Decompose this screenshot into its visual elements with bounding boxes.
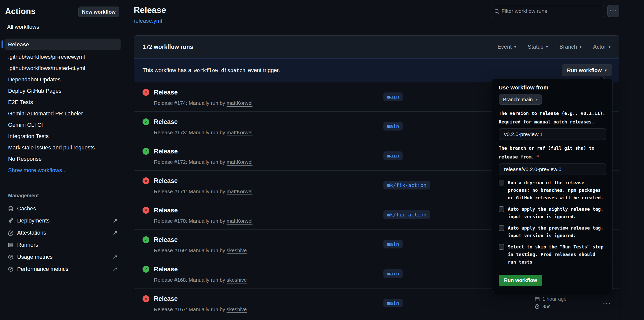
sidebar-item-release[interactable]: Release [5,39,121,50]
run-duration: 35s [542,304,550,309]
branch-badge[interactable]: main [383,92,403,101]
all-workflows-link[interactable]: All workflows [7,24,39,30]
run-title-link[interactable]: Release [154,177,178,184]
actor-link[interactable]: skeshive [227,277,247,283]
branch-badge[interactable]: main [383,240,403,248]
search-icon [495,9,498,13]
run-title-link[interactable]: Release [154,266,178,273]
ref-input-description: The branch or ref (full git sha) to rele… [499,144,612,161]
sidebar-item-trusted-ci[interactable]: .github/workflows/trusted-ci.yml [5,62,121,74]
sidebar-divider [3,35,120,35]
actor-link[interactable]: mattKorwel [227,188,253,194]
workflow-label: .github/workflows/trusted-ci.yml [8,65,85,72]
run-workflow-submit-button[interactable]: Run workflow [499,275,542,286]
filter-actor[interactable]: Actor▾ [593,44,610,50]
run-title-link[interactable]: Release [154,295,178,302]
status-success-icon: ✓ [143,266,149,273]
checkbox-label[interactable]: Auto apply the preview release tag, inpu… [508,224,606,239]
calendar-icon [535,296,540,302]
workflow-run-row[interactable]: ✕Release Release #167: Manually run by s… [134,289,619,318]
runs-count: 172 workflow runs [143,44,193,50]
search-input[interactable] [501,8,601,14]
show-more-workflows-link[interactable]: Show more workflows... [5,165,121,176]
sidebar-title: Actions [5,7,36,16]
dry-run-checkbox[interactable] [499,180,504,185]
sidebar-item-runners[interactable]: Runners [5,239,121,251]
dialog-heading: Use workflow from [499,84,606,91]
management-label: Performance metrics [17,266,68,272]
checkbox-label[interactable]: Auto apply the nightly release tag, inpu… [508,205,606,220]
management-label: Caches [17,205,36,212]
branch-badge[interactable]: mk/fix-action [383,210,430,219]
ref-input[interactable] [499,164,606,175]
workflow-label: Mark stale issues and pull requests [8,144,95,151]
sidebar-item-deploy-github-pages[interactable]: Deploy GitHub Pages [5,85,121,97]
branch-selector-button[interactable]: Branch: main ▾ [499,94,542,105]
branch-badge[interactable]: main [383,299,403,307]
version-input[interactable] [499,129,606,140]
sidebar-item-dependabot-updates[interactable]: Dependabot Updates [5,74,121,85]
runs-card-header: 172 workflow runs Event▾ Status▾ Branch▾… [134,36,619,58]
workflow-label: Gemini Automated PR Labeler [8,110,83,117]
sidebar-item-pr-review[interactable]: .github/workflows/pr-review.yml [5,51,121,62]
run-title-link[interactable]: Release [154,207,178,214]
checkbox-label[interactable]: Run a dry-run of the release process; no… [508,179,606,202]
status-success-icon: ✓ [143,148,149,155]
checkbox-label[interactable]: Select to skip the "Run Tests" step in t… [508,243,606,266]
sidebar-item-caches[interactable]: Caches [5,203,121,215]
sidebar-item-performance-metrics[interactable]: Performance metrics ↗ [5,263,121,275]
sidebar-item-attestations[interactable]: Attestations ↗ [5,227,121,239]
branch-badge[interactable]: mk/fix-action [383,181,430,189]
actor-link[interactable]: skeshive [227,247,247,253]
run-title-link[interactable]: Release [154,236,178,243]
filter-branch[interactable]: Branch▾ [559,44,581,50]
filter-event[interactable]: Event▾ [497,44,516,50]
actor-link[interactable]: mattKorwel [227,100,253,106]
banner-text: This workflow has a workflow_dispatch ev… [143,67,280,74]
actions-sidebar: Actions New workflow All workflows Relea… [0,0,125,320]
branch-badge[interactable]: main [383,151,403,160]
meter-icon [8,254,13,260]
skip-tests-checkbox[interactable] [499,244,504,250]
actor-link[interactable]: mattKorwel [227,130,253,135]
status-failure-icon: ✕ [143,89,149,96]
sidebar-item-deployments[interactable]: Deployments ↗ [5,215,121,227]
sidebar-item-e2e-tests[interactable]: E2E Tests [5,97,121,108]
actor-link[interactable]: mattKorwel [227,218,253,224]
stopwatch-icon [535,304,540,309]
status-failure-icon: ✕ [143,177,149,184]
status-success-icon: ✓ [143,118,149,125]
database-icon [8,206,13,211]
run-workflow-dropdown-button[interactable]: Run workflow ▾ [562,65,612,76]
workflow-file-link[interactable]: release.yml [134,18,162,24]
workflow-dispatch-code: workflow_dispatch [194,67,245,73]
actor-link[interactable]: skeshive [227,306,247,312]
selected-indicator [2,40,3,48]
run-title-link[interactable]: Release [154,148,178,155]
workflow-label: Deploy GitHub Pages [8,88,62,94]
sidebar-item-no-response[interactable]: No Response [5,153,121,165]
branch-badge[interactable]: main [383,122,403,131]
preview-tag-checkbox[interactable] [499,225,504,231]
actor-link[interactable]: mattKorwel [227,159,253,165]
run-options-kebab-button[interactable]: ··· [601,298,613,309]
filter-workflow-runs-search[interactable] [491,5,604,17]
external-link-icon: ↗ [113,253,118,261]
status-failure-icon: ✕ [143,207,149,214]
workflow-label: E2E Tests [8,99,33,106]
run-title-link[interactable]: Release [154,89,178,96]
version-input-description: The version to release (e.g., v0.1.11). … [499,109,612,126]
nightly-tag-checkbox[interactable] [499,206,504,212]
sidebar-item-usage-metrics[interactable]: Usage metrics ↗ [5,251,121,263]
workflow-options-kebab-button[interactable]: ··· [607,5,619,17]
run-time: 1 hour ago [542,296,567,302]
sidebar-item-gemini-pr-labeler[interactable]: Gemini Automated PR Labeler [5,108,121,119]
run-title-link[interactable]: Release [154,118,178,125]
workflow-label: .github/workflows/pr-review.yml [8,54,85,60]
sidebar-item-mark-stale[interactable]: Mark stale issues and pull requests [5,142,121,153]
new-workflow-button[interactable]: New workflow [78,7,119,17]
sidebar-item-gemini-cli-ci[interactable]: Gemini CLI CI [5,119,121,131]
branch-badge[interactable]: main [383,269,403,278]
filter-status[interactable]: Status▾ [528,44,548,50]
sidebar-item-integration-tests[interactable]: Integration Tests [5,131,121,142]
